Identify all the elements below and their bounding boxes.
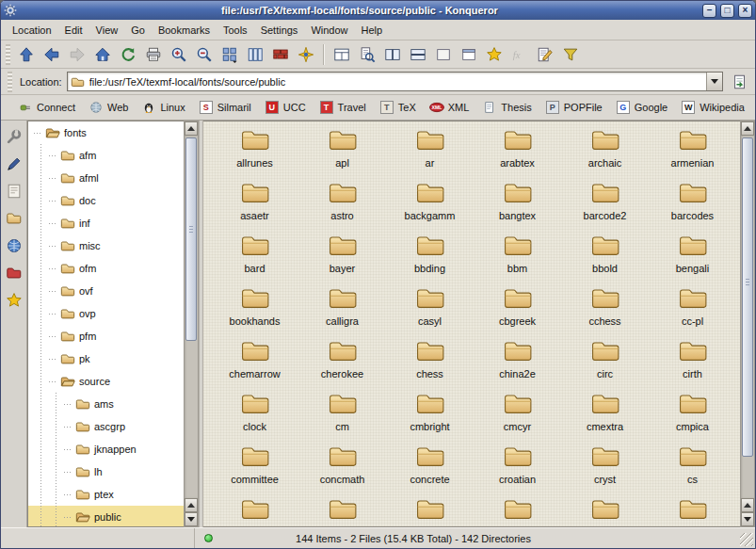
forward-button[interactable] [65,42,89,67]
tree-item-ptex[interactable]: ptex [28,483,184,506]
sidebar-configure-button[interactable] [3,125,25,148]
bookmark-google[interactable]: GGoogle [610,98,673,117]
folder-item-cmcyr[interactable]: cmcyr [474,391,561,444]
main-scroll-track[interactable] [741,136,754,498]
menu-help[interactable]: Help [355,22,390,39]
bookmark-xml[interactable]: XMLXML [424,98,475,117]
go-button[interactable] [728,70,751,93]
menu-tools[interactable]: Tools [217,22,254,39]
multicolumn-view-button[interactable] [243,42,267,67]
folder-item-barcodes[interactable]: barcodes [649,180,736,233]
bookmark-web[interactable]: Web [83,98,134,117]
bookmark-tex[interactable]: TTeX [374,98,422,117]
menu-settings[interactable]: Settings [254,22,305,39]
folder-item-asaetr[interactable]: asaetr [211,180,298,233]
bookmark-popfile[interactable]: PPOPFile [539,98,608,117]
folder-item-committee[interactable]: committee [211,444,298,496]
back-button[interactable] [40,42,64,67]
folder-item-cc-pl[interactable]: cc-pl [649,285,736,338]
maximize-button[interactable]: □ [720,4,734,18]
tree-scroll-up2-button[interactable] [185,498,198,512]
bookmark-connect[interactable]: Connect [12,98,81,117]
sidebar-services-button[interactable] [3,289,25,312]
tree-item-jknappen[interactable]: jknappen [28,438,184,460]
home-button[interactable] [90,42,115,67]
tree-item-ovp[interactable]: ovp [28,302,184,325]
folder-item-bengali[interactable]: bengali [649,233,736,285]
tree-item-doc[interactable]: doc [28,189,184,212]
folder-item-concrete[interactable]: concrete [386,444,474,496]
folder-item-china2e[interactable]: china2e [474,338,561,391]
bookmark-silmaril[interactable]: SSilmaril [193,98,257,117]
location-toolbar-handle[interactable] [8,72,12,92]
folder-item-arabtex[interactable]: arabtex [474,127,561,180]
toolbar-handle[interactable] [6,44,10,65]
zoom-out-button[interactable] [192,42,217,67]
split-view-left-right-button[interactable] [380,42,405,67]
menu-window[interactable]: Window [304,22,354,39]
tree-item-ovf[interactable]: ovf [28,280,184,302]
folder-item-cmextra[interactable]: cmextra [561,391,649,444]
folder-item-cmpica[interactable]: cmpica [649,391,736,444]
folder-item-calligra[interactable]: calligra [298,285,386,338]
find-file-button[interactable] [355,42,379,67]
bookmark-wikipedia[interactable]: WWikipedia [675,98,750,117]
menu-go[interactable]: Go [124,22,152,39]
folder-item-chess[interactable]: chess [386,338,474,391]
tree-item-fonts[interactable]: fonts [28,121,184,144]
folder-item-bangtex[interactable]: bangtex [474,180,561,233]
bookmark-travel[interactable]: TTravel [314,98,372,117]
location-input[interactable] [88,73,706,90]
folder-item-ar[interactable]: ar [386,127,474,180]
sidebar-bookmarks-button[interactable] [3,153,25,175]
resize-grip[interactable] [740,533,753,546]
folder-item-cmbright[interactable]: cmbright [386,391,474,444]
folder-item-partial[interactable] [561,496,649,527]
tree-item-pk[interactable]: pk [28,347,184,370]
filter-button[interactable] [558,42,583,67]
split-view-top-bottom-button[interactable] [406,42,430,67]
main-scroll-up-button[interactable] [741,121,754,136]
tree-item-inf[interactable]: inf [28,212,184,234]
folder-item-bookhands[interactable]: bookhands [211,285,298,338]
folder-item-cryst[interactable]: cryst [561,444,649,496]
folder-item-allrunes[interactable]: allrunes [211,127,298,180]
folder-item-armenian[interactable]: armenian [649,127,736,180]
folder-item-partial[interactable] [211,496,298,527]
tree-item-ams[interactable]: ams [28,393,184,415]
effects-button[interactable]: fx [507,42,532,67]
reload-button[interactable] [116,42,140,67]
new-frame-button[interactable] [457,42,481,67]
minimize-button[interactable]: – [702,4,716,18]
menu-location[interactable]: Location [6,22,58,39]
folder-item-bard[interactable]: bard [211,233,298,285]
sidebar-history-button[interactable] [3,180,25,202]
icon-view[interactable]: allrunesaplararabtexarchaicarmenianasaet… [203,121,740,527]
sidebar-home-folder-button[interactable] [3,207,25,230]
close-button[interactable]: × [738,4,752,18]
tree-item-ascgrp[interactable]: ascgrp [28,415,184,438]
print-button[interactable] [141,42,166,67]
tree-scroll-track[interactable] [185,136,198,498]
konqueror-icon[interactable] [4,4,17,17]
tree-item-misc[interactable]: misc [28,234,184,257]
folder-item-cbgreek[interactable]: cbgreek [474,285,561,338]
menu-bookmarks[interactable]: Bookmarks [152,22,217,39]
folder-item-bbold[interactable]: bbold [561,233,649,285]
folder-item-backgamm[interactable]: backgamm [386,180,474,233]
tree-item-ofm[interactable]: ofm [28,257,184,280]
folder-item-bbm[interactable]: bbm [474,233,561,285]
folder-item-partial[interactable] [386,496,474,527]
folder-item-bayer[interactable]: bayer [298,233,386,285]
titlebar[interactable]: file:/usr/TeX/texmf-local/fonts/source/p… [1,1,755,20]
main-scroll-thumb[interactable] [742,137,753,457]
html-bricks-button[interactable] [268,42,293,67]
remove-active-view-button[interactable] [431,42,456,67]
bookmark-linux[interactable]: Linux [136,98,190,117]
bookmark-thesis[interactable]: Thesis [476,98,537,117]
tree-scroll-down-button[interactable] [185,512,198,526]
folder-item-barcode2[interactable]: barcode2 [561,180,649,233]
folder-item-partial[interactable] [649,496,736,527]
tree-item-afml[interactable]: afml [28,167,184,189]
tree-scroll-up-button[interactable] [185,121,198,136]
